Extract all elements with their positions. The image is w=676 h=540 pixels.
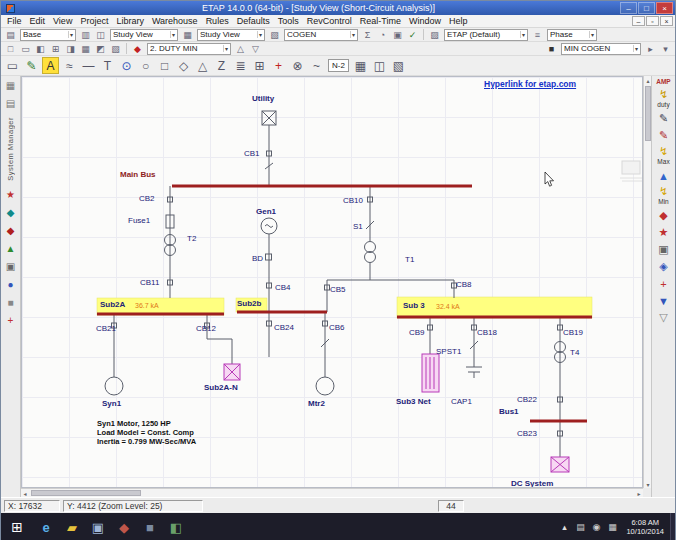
wave-tool-icon[interactable]: ≈ (61, 57, 78, 74)
menu-window[interactable]: Window (405, 16, 445, 26)
study-case-select[interactable]: COGEN▾ (284, 29, 358, 41)
highlight-tool-icon[interactable]: A (42, 57, 59, 74)
rect-tool-icon[interactable]: □ (156, 57, 173, 74)
down-icon[interactable]: ▽ (249, 43, 262, 55)
split-icon[interactable]: ◨ (64, 43, 77, 55)
dropdown-arrow-icon[interactable]: ▾ (257, 31, 262, 38)
dropdown-arrow-icon[interactable]: ▾ (170, 31, 175, 38)
red-star-icon[interactable]: ★ (656, 226, 672, 239)
menu-library[interactable]: Library (112, 16, 148, 26)
config-manager-icon[interactable]: ▦ (181, 29, 194, 41)
app3-icon[interactable]: ■ (139, 516, 161, 538)
red-plus-icon[interactable]: + (656, 277, 672, 290)
dropdown-arrow-icon[interactable]: ▾ (520, 31, 525, 38)
tray-expand-icon[interactable]: ▴ (557, 518, 571, 536)
impedance-tool-icon[interactable]: Z (213, 57, 230, 74)
dropdown-arrow-icon[interactable]: ▾ (68, 31, 73, 38)
utility-symbol[interactable] (262, 111, 276, 125)
configuration-select[interactable]: Study View▾ (197, 29, 265, 41)
menu-edit[interactable]: Edit (26, 16, 50, 26)
systems-icon[interactable]: ▦ (4, 79, 18, 91)
teal-diamond-icon[interactable]: ◆ (4, 207, 18, 219)
system-manager-tab[interactable]: System Manager (6, 117, 15, 181)
up-blue-icon[interactable]: ▲ (656, 169, 672, 182)
down-outline-icon[interactable]: ▽ (656, 311, 672, 324)
menu-defaults[interactable]: Defaults (233, 16, 274, 26)
table-icon[interactable]: ▦ (79, 43, 92, 55)
menu-rules[interactable]: Rules (202, 16, 233, 26)
data-icon[interactable]: ▧ (268, 29, 281, 41)
etap-hyperlink[interactable]: Hyperlink for etap.com (484, 79, 576, 89)
horizontal-scroll-thumb[interactable] (31, 490, 141, 496)
menu-warehouse[interactable]: Warehouse (148, 16, 202, 26)
edit-mode-icon[interactable]: ▥ (79, 29, 92, 41)
gray-box-icon[interactable]: ▣ (656, 243, 672, 256)
box-icon[interactable]: ▣ (4, 261, 18, 273)
open-icon[interactable]: ▭ (19, 43, 32, 55)
tray-volume-icon[interactable]: ◉ (589, 518, 603, 536)
dropdown-arrow-icon[interactable]: ▾ (350, 31, 355, 38)
sub2a-highlight[interactable] (97, 298, 224, 315)
triangle-tool-icon[interactable]: △ (194, 57, 211, 74)
mdi-close-button[interactable]: × (660, 16, 673, 26)
tray-action-center-icon[interactable]: ▦ (605, 518, 619, 536)
pencil-tool-icon[interactable]: ✎ (23, 57, 40, 74)
syn1-machine[interactable] (105, 377, 123, 395)
red-diamond-icon[interactable]: ◆ (4, 225, 18, 237)
add-tool-icon[interactable]: + (270, 57, 287, 74)
gray-square-icon[interactable]: ■ (4, 297, 18, 309)
check-icon[interactable]: ✓ (406, 29, 419, 41)
sub3-highlight[interactable] (397, 297, 592, 318)
edit-study-icon[interactable]: ✎ (656, 112, 672, 125)
scroll-right-icon[interactable]: ▸ (635, 489, 643, 497)
app1-icon[interactable]: ▣ (87, 516, 109, 538)
report-icon[interactable]: ▣ (391, 29, 404, 41)
amp-max-button[interactable]: ↯ (656, 145, 672, 158)
display-options-select[interactable]: ETAP (Default)▾ (444, 29, 528, 41)
new-icon[interactable]: □ (4, 43, 17, 55)
red-plus-icon[interactable]: + (4, 315, 18, 327)
tray-network-icon[interactable]: ▤ (573, 518, 587, 536)
taskbar-clock[interactable]: 6:08 AM 10/10/2014 (626, 518, 664, 536)
dc-system-network[interactable] (551, 457, 569, 472)
mdi-minimize-button[interactable]: – (632, 16, 645, 26)
duty-select[interactable]: 2. DUTY MIN▾ (147, 43, 231, 55)
duty-button[interactable]: ↯ (656, 88, 672, 101)
dropdown-arrow-icon[interactable]: ▾ (223, 45, 228, 52)
maximize-button[interactable]: □ (638, 2, 655, 14)
sub3-net-network[interactable] (422, 354, 439, 392)
amp-min-button[interactable]: ↯ (656, 185, 672, 198)
scroll-down-icon[interactable]: ▾ (644, 480, 652, 488)
blue-dot-icon[interactable]: ● (4, 279, 18, 291)
blue-gem-icon[interactable]: ◈ (656, 260, 672, 273)
app2-icon[interactable]: ◆ (113, 516, 135, 538)
menu-revcontrol[interactable]: RevControl (303, 16, 356, 26)
panel-tool-icon[interactable]: ◫ (371, 57, 388, 74)
cap1-capacitor[interactable] (466, 367, 482, 378)
circle-tool-icon[interactable]: ○ (137, 57, 154, 74)
node-tool-icon[interactable]: ⊙ (118, 57, 135, 74)
text-tool-icon[interactable]: T (99, 57, 116, 74)
vertical-scrollbar[interactable]: ▴ ▾ (643, 76, 651, 488)
duty-marker-icon[interactable]: ◆ (131, 43, 144, 55)
dropdown-arrow-icon[interactable]: ▾ (633, 45, 638, 52)
ac-tool-icon[interactable]: ~ (308, 57, 325, 74)
summary-icon[interactable]: Σ (361, 29, 374, 41)
next-icon[interactable]: ▸ (644, 43, 657, 55)
star-icon[interactable]: ★ (4, 189, 18, 201)
rows-tool-icon[interactable]: ≣ (232, 57, 249, 74)
t1-transformer[interactable] (365, 242, 376, 263)
up-icon[interactable]: △ (234, 43, 247, 55)
presentation-select[interactable]: Study View▾ (110, 29, 178, 41)
dropdown-arrow-icon[interactable]: ▾ (589, 31, 594, 38)
chart-icon[interactable]: ◔ (376, 29, 389, 41)
vertical-scroll-thumb[interactable] (645, 86, 651, 141)
pan-icon[interactable]: ◧ (34, 43, 47, 55)
project-view-icon[interactable]: ▤ (4, 29, 17, 41)
folder-icon[interactable]: ▰ (61, 516, 83, 538)
scroll-left-icon[interactable]: ◂ (21, 489, 29, 497)
menu-real-time[interactable]: Real-Time (356, 16, 405, 26)
phase-select[interactable]: Phase▾ (547, 29, 597, 41)
contingency-n2-box[interactable]: N-2 (328, 59, 349, 72)
menu-help[interactable]: Help (445, 16, 472, 26)
